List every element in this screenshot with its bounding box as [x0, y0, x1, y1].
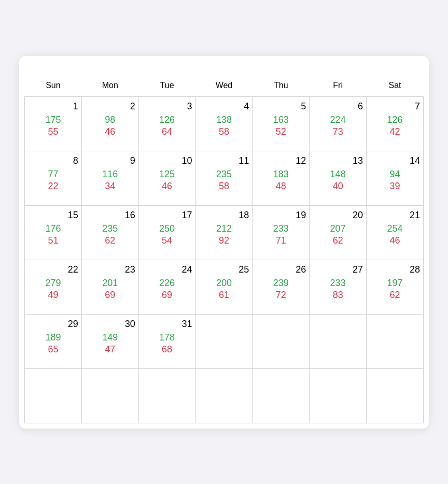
calendar-day-cell[interactable] [310, 314, 367, 368]
calendar-day-cell[interactable]: 2723383 [310, 260, 367, 314]
day-red-value: 46 [142, 180, 192, 192]
day-red-value: 73 [313, 126, 363, 138]
day-red-value: 62 [370, 289, 420, 301]
calendar-day-cell[interactable] [138, 368, 195, 423]
calendar-day-cell[interactable]: 911634 [81, 151, 138, 205]
day-green-value: 279 [28, 277, 78, 289]
day-green-value: 212 [199, 223, 249, 235]
calendar-day-cell[interactable]: 3014947 [81, 314, 138, 368]
day-green-value: 233 [256, 223, 306, 235]
day-red-value: 65 [28, 344, 78, 355]
calendar-day-cell[interactable]: 117555 [25, 96, 82, 151]
calendar-day-cell[interactable]: 1123558 [195, 151, 253, 205]
prev-month-button[interactable] [35, 64, 43, 68]
day-number: 4 [199, 101, 249, 112]
calendar-week-row: 8772291163410125461123558121834813148401… [25, 151, 424, 205]
day-green-value: 163 [256, 114, 306, 126]
calendar-day-cell[interactable]: 1314840 [310, 151, 367, 205]
calendar-day-cell[interactable]: 1218348 [253, 151, 310, 205]
calendar-day-cell[interactable]: 2623972 [253, 260, 310, 314]
day-number: 9 [85, 155, 135, 166]
header-thu: Thu [253, 77, 310, 97]
day-green-value: 250 [142, 223, 192, 235]
day-green-value: 125 [142, 168, 192, 180]
day-number: 1 [28, 101, 78, 112]
day-red-value: 49 [28, 289, 78, 301]
calendar-week-row: 2227949232016924226692520061262397227233… [25, 260, 424, 314]
calendar-day-cell[interactable] [310, 368, 367, 423]
day-red-value: 39 [370, 180, 420, 192]
calendar-day-cell[interactable]: 2819762 [367, 260, 424, 314]
calendar-day-cell[interactable]: 2918965 [25, 314, 82, 368]
day-red-value: 51 [28, 235, 78, 247]
calendar-day-cell[interactable]: 2125446 [367, 205, 424, 260]
calendar-grid: Sun Mon Tue Wed Thu Fri Sat 117555298463… [24, 77, 424, 423]
day-number: 12 [256, 155, 306, 166]
day-green-value: 94 [370, 168, 420, 180]
day-red-value: 54 [142, 235, 192, 247]
calendar-day-cell[interactable]: 1725054 [138, 205, 195, 260]
calendar-day-cell[interactable]: 2520061 [195, 260, 253, 314]
day-green-value: 138 [199, 114, 249, 126]
calendar-day-cell[interactable]: 3117868 [138, 314, 195, 368]
calendar-day-cell[interactable] [81, 368, 138, 423]
calendar-day-cell[interactable] [253, 368, 310, 423]
calendar-day-cell[interactable]: 1517651 [25, 205, 82, 260]
day-number: 3 [142, 101, 192, 112]
calendar-day-cell[interactable]: 2227949 [25, 260, 82, 314]
calendar-week-row: 291896530149473117868 [25, 314, 424, 368]
day-number: 5 [256, 101, 306, 112]
calendar-day-cell[interactable]: 2020762 [310, 205, 367, 260]
calendar-week-row [25, 368, 424, 423]
day-green-value: 201 [85, 277, 135, 289]
header-tue: Tue [138, 77, 195, 97]
day-number: 8 [28, 155, 78, 166]
day-red-value: 55 [28, 126, 78, 138]
day-green-value: 175 [28, 114, 78, 126]
calendar-day-cell[interactable]: 516352 [253, 96, 310, 151]
day-number: 22 [28, 264, 78, 275]
calendar-day-cell[interactable]: 312664 [138, 96, 195, 151]
day-green-value: 226 [142, 277, 192, 289]
calendar-day-cell[interactable]: 149439 [367, 151, 424, 205]
day-green-value: 116 [85, 168, 135, 180]
day-number: 30 [85, 319, 135, 330]
header-mon: Mon [81, 77, 138, 97]
day-number: 23 [85, 264, 135, 275]
header-wed: Wed [195, 77, 253, 97]
day-green-value: 148 [313, 168, 363, 180]
day-green-value: 149 [85, 332, 135, 344]
calendar-day-cell[interactable] [195, 314, 253, 368]
calendar-day-cell[interactable] [253, 314, 310, 368]
calendar-day-cell[interactable]: 413858 [195, 96, 253, 151]
calendar-day-cell[interactable]: 87722 [25, 151, 82, 205]
day-number: 14 [370, 155, 420, 166]
day-number: 19 [256, 210, 306, 221]
day-green-value: 254 [370, 223, 420, 235]
calendar-day-cell[interactable]: 712642 [367, 96, 424, 151]
day-number: 10 [142, 155, 192, 166]
calendar-day-cell[interactable]: 2320169 [81, 260, 138, 314]
day-red-value: 58 [199, 126, 249, 138]
day-green-value: 189 [28, 332, 78, 344]
day-red-value: 69 [85, 289, 135, 301]
day-red-value: 40 [313, 180, 363, 192]
calendar-day-cell[interactable] [367, 314, 424, 368]
calendar-day-cell[interactable]: 1623562 [81, 205, 138, 260]
calendar-day-cell[interactable]: 1821292 [195, 205, 253, 260]
calendar-day-cell[interactable]: 2422669 [138, 260, 195, 314]
calendar-day-cell[interactable] [195, 368, 253, 423]
day-red-value: 46 [85, 126, 135, 138]
calendar-day-cell[interactable]: 29846 [81, 96, 138, 151]
calendar-body: 1175552984631266441385851635262247371264… [25, 96, 424, 423]
calendar-day-cell[interactable]: 622473 [310, 96, 367, 151]
calendar-day-cell[interactable]: 1012546 [138, 151, 195, 205]
day-number: 21 [370, 210, 420, 221]
day-number: 16 [85, 210, 135, 221]
day-green-value: 200 [199, 277, 249, 289]
day-red-value: 72 [256, 289, 306, 301]
day-red-value: 68 [142, 344, 192, 355]
calendar-day-cell[interactable] [25, 368, 82, 423]
calendar-day-cell[interactable] [367, 368, 424, 423]
calendar-day-cell[interactable]: 1923371 [253, 205, 310, 260]
